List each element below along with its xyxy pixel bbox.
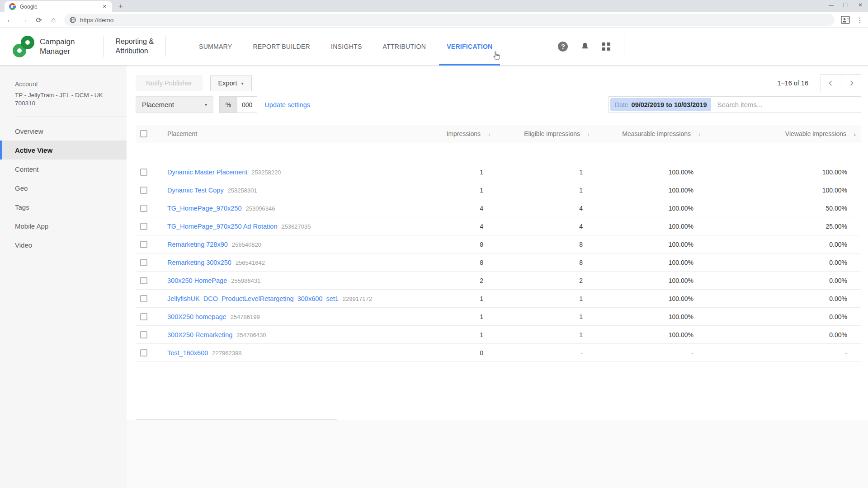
notifications-bell-icon[interactable] <box>580 42 590 52</box>
row-checkbox[interactable] <box>140 187 147 194</box>
placement-id: 255986431 <box>231 277 260 284</box>
impressions-value: 4 <box>425 205 497 212</box>
table-row: TG_HomePage_970x250 253096346 4 4 100.00… <box>136 199 861 217</box>
unit-percent-button[interactable]: % <box>220 97 237 113</box>
impressions-value: 8 <box>425 241 497 248</box>
eligible-impressions-value: 1 <box>497 295 596 302</box>
placement-name-link[interactable]: JellyfishUK_DCO_ProductLevelRetargeting_… <box>167 295 339 302</box>
row-checkbox[interactable] <box>140 169 147 176</box>
account-label: Account <box>15 80 127 88</box>
export-button[interactable]: Export ▾ <box>210 75 252 91</box>
column-header-viewable-impressions[interactable]: Viewable impressions↓ <box>707 130 861 137</box>
sidebar-item-active-view[interactable]: Active View <box>0 141 127 160</box>
table-body: Dynamic Master Placement 253258220 1 1 1… <box>136 163 861 362</box>
pagination-prev-button[interactable] <box>821 75 841 92</box>
table-row: Test_160x600 227962398 0 - - - <box>136 344 861 362</box>
eligible-impressions-value: 8 <box>497 241 596 248</box>
viewable-impressions-value: - <box>707 349 861 357</box>
placement-name-link[interactable]: Remarketing 728x90 <box>167 241 228 248</box>
profile-icon[interactable] <box>841 15 850 24</box>
measurable-impressions-value: 100.00% <box>596 241 707 248</box>
sort-arrow-icon[interactable]: ↓ <box>487 131 491 136</box>
measurable-impressions-value: 100.00% <box>596 259 707 266</box>
search-input[interactable] <box>717 101 857 108</box>
placement-name-link[interactable]: Remarketing 300x250 <box>167 259 231 266</box>
nav-tab-report-builder[interactable]: REPORT BUILDER <box>245 28 318 66</box>
sidebar-item-geo[interactable]: Geo <box>0 178 127 197</box>
new-tab-button[interactable]: + <box>118 2 123 11</box>
pagination-next-button[interactable] <box>841 75 861 92</box>
apps-grid-icon[interactable] <box>602 42 610 51</box>
placement-name-link[interactable]: TG_HomePage_970x250 <box>167 205 241 212</box>
browser-tab[interactable]: Google ✕ <box>5 1 112 12</box>
sort-arrow-active-icon[interactable]: ↓ <box>853 131 857 136</box>
viewable-impressions-value: 0.00% <box>707 259 861 266</box>
column-header-impressions[interactable]: Impressions↓ <box>425 130 497 137</box>
placement-name-link[interactable]: Test_160x600 <box>167 349 208 357</box>
placement-name-link[interactable]: Dynamic Master Placement <box>167 169 247 176</box>
browser-menu-icon[interactable]: ⋮ <box>856 16 863 24</box>
sidebar-item-content[interactable]: Content <box>0 160 127 178</box>
nav-tab-summary[interactable]: SUMMARY <box>191 28 240 66</box>
browser-url-bar: ← → ⟳ ⌂ https://demo ⋮ <box>0 12 868 28</box>
placement-name-link[interactable]: 300x250 HomePage <box>167 277 227 284</box>
help-icon[interactable]: ? <box>558 42 568 52</box>
forward-icon[interactable]: → <box>17 16 32 24</box>
unit-thousands-button[interactable]: 000 <box>237 97 257 113</box>
column-header-placement[interactable]: Placement <box>158 130 425 137</box>
dimension-select[interactable]: Placement ▾ <box>136 96 213 113</box>
home-icon[interactable]: ⌂ <box>46 16 61 24</box>
update-settings-link[interactable]: Update settings <box>264 101 310 108</box>
window-minimize-icon[interactable]: — <box>829 2 834 8</box>
sidebar-item-mobile-app[interactable]: Mobile App <box>0 216 127 235</box>
sidebar-item-tags[interactable]: Tags <box>0 197 127 216</box>
placement-name-link[interactable]: 300X250 homepage <box>167 313 226 320</box>
table-row: Remarketing 300x250 256541642 8 8 100.00… <box>136 253 861 272</box>
sidebar-item-overview[interactable]: Overview <box>0 122 127 141</box>
address-bar[interactable]: https://demo <box>64 14 835 26</box>
notify-publisher-button[interactable]: Notify Publisher <box>136 75 203 91</box>
nav-tab-insights[interactable]: INSIGHTS <box>323 28 370 66</box>
tab-close-icon[interactable]: ✕ <box>102 3 108 10</box>
window-close-icon[interactable]: ✕ <box>858 2 863 8</box>
placement-id: 253096346 <box>245 205 275 212</box>
row-checkbox[interactable] <box>140 277 147 284</box>
placement-name-link[interactable]: Dynamic Test Copy <box>167 187 224 194</box>
mouse-cursor-hand <box>491 51 502 62</box>
back-icon[interactable]: ← <box>3 16 17 24</box>
placement-name-link[interactable]: TG_HomePage_970x250 Ad Rotation <box>167 223 277 230</box>
row-checkbox[interactable] <box>140 295 147 302</box>
eligible-impressions-value: 8 <box>497 259 596 266</box>
primary-nav: SUMMARYREPORT BUILDERINSIGHTSATTRIBUTION… <box>189 28 503 66</box>
sidebar-item-video[interactable]: Video <box>0 235 127 254</box>
header-divider <box>165 36 166 57</box>
placement-id: 229917172 <box>343 296 372 302</box>
column-header-measurable-impressions[interactable]: Measurable impressions↓ <box>596 130 707 137</box>
row-checkbox[interactable] <box>140 331 147 338</box>
product-name: Campaign Manager <box>40 37 75 56</box>
placement-id: 227962398 <box>212 350 241 357</box>
row-checkbox[interactable] <box>140 205 147 212</box>
sort-arrow-icon[interactable]: ↓ <box>697 131 702 136</box>
row-checkbox[interactable] <box>140 349 147 357</box>
globe-icon <box>70 17 76 23</box>
nav-tab-attribution[interactable]: ATTRIBUTION <box>375 28 434 66</box>
impressions-value: 1 <box>425 331 497 338</box>
window-maximize-icon[interactable] <box>844 3 848 7</box>
browser-tab-bar: Google ✕ + — ✕ <box>0 0 868 12</box>
row-checkbox[interactable] <box>140 241 147 248</box>
campaign-manager-logo-icon <box>13 36 34 57</box>
date-range-chip[interactable]: Date 09/02/2019 to 10/03/2019 <box>610 98 711 111</box>
placement-name-link[interactable]: 300X250 Remarketing <box>167 331 232 338</box>
row-checkbox[interactable] <box>140 223 147 230</box>
row-checkbox[interactable] <box>140 259 147 266</box>
placement-id: 256541642 <box>236 259 265 266</box>
sort-arrow-icon[interactable]: ↓ <box>586 131 591 136</box>
eligible-impressions-value: 4 <box>497 223 596 230</box>
select-all-checkbox[interactable] <box>140 130 147 137</box>
section-name[interactable]: Reporting & Attribution <box>116 37 154 56</box>
row-checkbox[interactable] <box>140 313 147 320</box>
reload-icon[interactable]: ⟳ <box>32 16 46 24</box>
column-header-eligible-impressions[interactable]: Eligible impressions↓ <box>497 130 596 137</box>
measurable-impressions-value: 100.00% <box>596 187 707 194</box>
